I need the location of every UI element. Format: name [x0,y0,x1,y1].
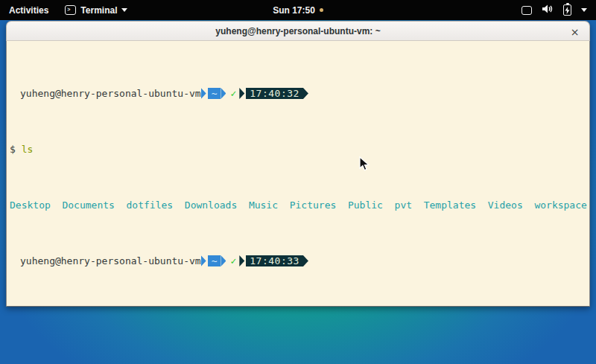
powerline-time-segment: 17:40:32 [239,88,308,99]
powerline-path-segment: ~ [201,255,226,266]
command-line: $ ls [10,144,586,155]
prompt-line: yuheng@henry-personal-ubuntu-vm ~ ✓ 17:4… [10,88,586,99]
system-status-area[interactable] [513,0,596,20]
top-bar: Sun 17:50 Activities > Terminal [0,0,596,20]
volume-icon [542,4,554,16]
display-icon [522,6,532,15]
powerline-arrow-icon [239,88,244,99]
space [16,144,22,155]
powerline-path-segment: ~ [201,88,226,99]
activities-button[interactable]: Activities [0,0,57,20]
prompt-timestamp: 17:40:33 [246,255,303,266]
prompt-user-host: yuheng@henry-personal-ubuntu-vm [20,88,201,99]
powerline-arrow-icon [201,88,206,99]
system-menu-chevron-icon [581,8,587,12]
prompt-timestamp: 17:40:32 [246,88,303,99]
powerline-arrow-icon [201,255,206,266]
command-text: ls [22,144,34,155]
prompt-user-host: yuheng@henry-personal-ubuntu-vm [20,255,201,266]
ls-output: Desktop Documents dotfiles Downloads Mus… [10,199,587,211]
powerline-arrow-icon [221,88,226,99]
clock-label[interactable]: Sun 17:50 [273,5,315,16]
close-icon[interactable]: × [567,24,583,39]
window-title: yuheng@henry-personal-ubuntu-vm: ~ [215,26,380,36]
terminal-window: yuheng@henry-personal-ubuntu-vm: ~ × yuh… [6,21,590,307]
prompt-path: ~ [208,255,221,266]
status-check-icon: ✓ [226,255,239,266]
terminal-app-icon: > [65,5,76,15]
prompt-path: ~ [208,88,221,99]
notification-dot-icon [320,8,323,12]
powerline-arrow-icon [303,255,308,266]
terminal-content[interactable]: yuheng@henry-personal-ubuntu-vm ~ ✓ 17:4… [6,41,590,307]
chevron-down-icon [121,8,127,12]
app-menu-label: Terminal [80,5,117,16]
powerline-time-segment: 17:40:33 [239,255,308,266]
window-titlebar[interactable]: yuheng@henry-personal-ubuntu-vm: ~ × [6,21,590,41]
powerline-arrow-icon [239,255,244,266]
battery-charging-icon [563,4,571,16]
status-check-icon: ✓ [226,88,239,99]
powerline-arrow-icon [303,88,308,99]
app-menu-terminal[interactable]: > Terminal [57,0,135,20]
shell-prompt-symbol: $ [10,144,16,155]
prompt-line: yuheng@henry-personal-ubuntu-vm ~ ✓ 17:4… [10,255,586,266]
powerline-arrow-icon [221,255,226,266]
activities-label: Activities [9,5,48,16]
ls-output-line: Desktop Documents dotfiles Downloads Mus… [10,199,586,211]
